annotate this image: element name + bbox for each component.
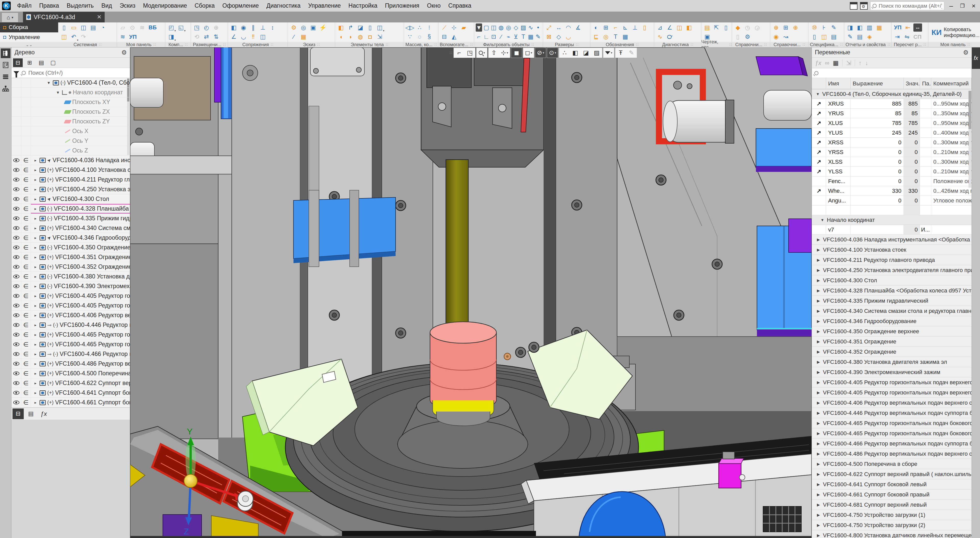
include-cell[interactable]: ∈ bbox=[21, 301, 31, 310]
mark-frame-icon[interactable]: ▯ bbox=[640, 24, 649, 32]
column-header-1[interactable]: Имя bbox=[826, 78, 851, 89]
expand-triangle-icon[interactable]: ▶ bbox=[817, 431, 820, 436]
menu-13[interactable]: Окно bbox=[423, 0, 444, 12]
dependency-tool-icon[interactable]: ⇲ bbox=[846, 59, 851, 67]
orientation-icon[interactable]: ⇧ bbox=[488, 48, 499, 58]
comment-cell[interactable]: 0...300мм ход по го bbox=[931, 157, 972, 167]
visibility-cell[interactable] bbox=[11, 223, 21, 233]
add-component2-icon[interactable]: ◱▾ bbox=[177, 24, 185, 32]
dots-array-icon[interactable]: ∴ bbox=[415, 24, 424, 32]
eye-icon[interactable] bbox=[13, 352, 19, 356]
expression-cell[interactable]: 0 bbox=[851, 176, 904, 186]
eye-icon[interactable] bbox=[13, 381, 19, 385]
tree-row[interactable]: ∈▸(+)VFC1600-4.641 Суппорт боковой bbox=[11, 388, 130, 398]
tree-row-body[interactable]: ▸⊸(-)VFC1600-4.446 Редуктор верт bbox=[31, 320, 130, 330]
tree-row-body[interactable]: Плоскость ZY bbox=[31, 117, 130, 126]
eye-icon[interactable] bbox=[13, 168, 19, 172]
variables-component-row[interactable]: ▶VFC1600-4.036 Наладка инструментальная … bbox=[812, 235, 972, 245]
expand-triangle-icon[interactable]: ▶ bbox=[817, 533, 820, 538]
expander-icon[interactable]: ▸ bbox=[33, 236, 38, 240]
variables-scrollbar[interactable] bbox=[969, 91, 971, 188]
comment-cell[interactable]: 0...950мм ход по го bbox=[931, 99, 972, 108]
zoom-orange-icon[interactable]: ◉ bbox=[772, 33, 780, 41]
command-search[interactable] bbox=[870, 2, 944, 10]
magenta-box[interactable] bbox=[719, 463, 741, 488]
expand-triangle-icon[interactable]: ▶ bbox=[817, 492, 820, 497]
tree-row[interactable]: ∈▸(+)VFC1600-4.622 Суппорт верхний bbox=[11, 378, 130, 388]
hidden-thin-icon[interactable]: ⊙▾ bbox=[547, 48, 558, 58]
tree-row-body[interactable]: ▸(+)VFC1600-4.500 Поперечина в сб bbox=[31, 369, 130, 378]
rib-icon[interactable]: ◘ bbox=[366, 33, 374, 41]
expander-icon[interactable]: ▸ bbox=[33, 313, 38, 318]
expander-icon[interactable]: ▸ bbox=[33, 216, 38, 221]
comment-cell[interactable]: 0...210мм ход по ве bbox=[931, 167, 972, 176]
visibility-cell[interactable] bbox=[11, 388, 21, 397]
expander-icon[interactable]: ▸ bbox=[33, 255, 38, 260]
include-cell[interactable]: ∈ bbox=[21, 291, 31, 301]
expand-triangle-icon[interactable]: ▶ bbox=[817, 441, 820, 446]
fx-panel-tab[interactable]: fx bbox=[972, 48, 980, 69]
tree-row-body[interactable]: ▸(-)VFC1600-4.380 Установка двигат bbox=[31, 272, 130, 281]
visibility-cell[interactable] bbox=[11, 243, 21, 252]
expand-triangle-icon[interactable]: ▶ bbox=[817, 462, 820, 467]
variables-component-row[interactable]: ▶VFC1600-4.328 Планшайба <Обработка коле… bbox=[812, 286, 972, 296]
menu-14[interactable]: Справка bbox=[445, 0, 475, 12]
visibility-cell[interactable] bbox=[11, 301, 21, 310]
plate-icon[interactable]: ▯ bbox=[366, 24, 374, 32]
tree-row-body[interactable]: ▸(+)VFC1600-4.661 Суппорт боково bbox=[31, 398, 130, 407]
circular-array-icon[interactable]: ∵ bbox=[406, 33, 414, 41]
variables-component-row[interactable]: ▶VFC1600-4.346 Гидрооборудование bbox=[812, 316, 972, 326]
hole-icon[interactable]: ◍ bbox=[356, 33, 365, 41]
visibility-cell[interactable] bbox=[11, 136, 21, 146]
3d-viewport[interactable]: Y Z bbox=[130, 48, 811, 538]
comment-cell[interactable] bbox=[931, 225, 972, 234]
visibility-cell[interactable] bbox=[11, 214, 21, 223]
recalc-a1-icon[interactable]: ⇤ bbox=[904, 24, 912, 32]
include-cell[interactable]: ∈ bbox=[21, 349, 31, 359]
extrude-icon[interactable]: ◧ bbox=[337, 24, 345, 32]
comment-cell[interactable] bbox=[931, 206, 972, 215]
visibility-cell[interactable] bbox=[11, 194, 21, 204]
include-cell[interactable] bbox=[21, 97, 31, 107]
tree-row-body[interactable]: ▸➤VFC1600-4.036 Наладка инструм bbox=[31, 156, 130, 165]
place-icon[interactable]: ◳ bbox=[192, 24, 201, 32]
visibility-cell[interactable] bbox=[11, 272, 21, 281]
eye-icon[interactable] bbox=[13, 275, 19, 278]
purple-panel[interactable] bbox=[163, 514, 202, 538]
variables-component-row[interactable]: ▶VFC1600-4.500 Поперечина в сборе bbox=[812, 459, 972, 469]
tree-row-body[interactable]: ▸(+)VFC1600-4.465 Редуктор горизо bbox=[31, 340, 130, 349]
comment-cell[interactable]: 0...400мм ход по ве bbox=[931, 128, 972, 137]
visibility-cell[interactable] bbox=[11, 156, 21, 165]
tree-row[interactable]: Ось X bbox=[11, 127, 130, 136]
menu-8[interactable]: Оформление bbox=[218, 0, 262, 12]
home-button[interactable]: ⌂▾ bbox=[2, 13, 18, 22]
expander-icon[interactable]: ▸ bbox=[33, 245, 38, 250]
tree-row-body[interactable]: ▸(+)VFC1600-4.405 Редуктор горизо bbox=[31, 301, 130, 310]
document-tab[interactable]: VFC1600-4.a3d ✕ bbox=[23, 12, 105, 22]
expand-triangle-icon[interactable]: ▶ bbox=[817, 513, 820, 517]
mark-flag-icon[interactable]: ⊾ bbox=[621, 24, 630, 32]
visibility-cell[interactable] bbox=[11, 233, 21, 243]
expander-icon[interactable]: ▸ bbox=[33, 168, 38, 172]
tree-row[interactable]: Ось Y bbox=[11, 136, 130, 146]
report-pen-icon[interactable]: ✎ bbox=[846, 33, 854, 41]
expander-icon[interactable]: ▸ bbox=[33, 352, 38, 357]
dim-sheet-icon[interactable]: ◇ bbox=[554, 33, 563, 41]
tree-row[interactable]: ∈▸(-)VFC1600-4.335 Прижим гидравл bbox=[11, 214, 130, 223]
expression-cell[interactable]: 245 bbox=[851, 128, 904, 137]
eye-icon[interactable] bbox=[13, 313, 19, 317]
mate-gear-icon[interactable]: ‼ bbox=[249, 33, 258, 41]
eye-icon[interactable] bbox=[13, 265, 19, 269]
variable-row[interactable]: ↗XRUS8858850...950мм ход по го bbox=[812, 99, 972, 109]
aux-axis-icon[interactable]: ⟋ bbox=[440, 24, 449, 32]
tree-row[interactable]: ∈▸(+)VFC1600-4.661 Суппорт боково bbox=[11, 398, 130, 408]
filter-angle-icon[interactable]: ∟ bbox=[483, 33, 490, 41]
expression-cell[interactable]: 0 bbox=[851, 138, 904, 147]
name-cell[interactable]: YRUS bbox=[826, 109, 851, 118]
ghost-layers-icon[interactable]: ≋ bbox=[138, 24, 146, 32]
expander-icon[interactable]: ▸ bbox=[33, 284, 38, 289]
expand-triangle-icon[interactable]: ▶ bbox=[817, 390, 820, 395]
expander-icon[interactable]: ▸ bbox=[33, 265, 38, 269]
tree-row[interactable]: ∈▸(+)VFC1600-4.351 Ограждение bbox=[11, 252, 130, 262]
menu-4[interactable]: Вид bbox=[97, 0, 116, 12]
